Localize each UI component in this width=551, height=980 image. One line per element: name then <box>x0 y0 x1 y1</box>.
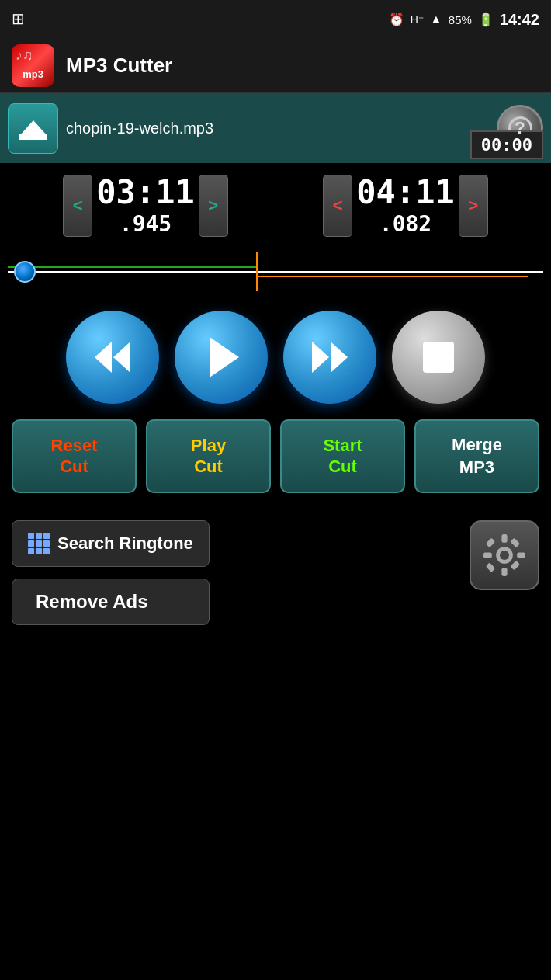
orange-selection-line <box>256 276 528 277</box>
remove-ads-button[interactable]: Remove Ads <box>12 579 210 625</box>
remove-ads-label: Remove Ads <box>36 591 148 612</box>
green-selection-line <box>8 266 256 268</box>
bottom-left-buttons: Search Ringtone Remove Ads <box>12 520 210 625</box>
cut-start-marker <box>256 252 258 291</box>
svg-rect-6 <box>486 537 496 547</box>
rewind-icon <box>95 342 130 373</box>
start-time-increase-button[interactable]: > <box>199 175 228 237</box>
end-time-value: 04:11 .082 <box>356 175 454 236</box>
app-title: MP3 Cutter <box>66 54 172 78</box>
start-cut-button[interactable]: StartCut <box>280 419 405 493</box>
settings-icon <box>481 532 528 579</box>
svg-rect-9 <box>510 537 520 547</box>
timeline-section: < 03:11 .945 > < 04:11 .082 > <box>0 163 551 252</box>
grid-icon <box>28 533 50 554</box>
stop-button[interactable] <box>392 311 485 404</box>
merge-mp3-button[interactable]: MergeMP3 <box>414 419 539 493</box>
play-cut-label: PlayCut <box>191 436 226 477</box>
play-button[interactable] <box>175 311 268 404</box>
playback-thumb[interactable] <box>14 261 36 283</box>
stop-icon <box>423 342 454 373</box>
status-bar: ⊞ ⏰ H⁺ ▲ 85% 🔋 14:42 <box>0 0 551 39</box>
search-ringtone-button[interactable]: Search Ringtone <box>12 520 210 567</box>
battery-icon: 🔋 <box>478 12 494 27</box>
transport-controls <box>0 295 551 415</box>
app-icon: mp3 <box>12 44 54 87</box>
waveform-container[interactable] <box>0 252 551 291</box>
action-buttons: ResetCut PlayCut StartCut MergeMP3 <box>0 415 551 505</box>
svg-point-1 <box>500 551 509 560</box>
signal-icon: ▲ <box>430 12 442 26</box>
svg-rect-4 <box>483 552 492 558</box>
app-header: mp3 MP3 Cutter <box>0 39 551 93</box>
eject-button[interactable] <box>8 103 58 154</box>
network-icon: H⁺ <box>411 13 424 26</box>
status-time: 14:42 <box>500 11 539 29</box>
play-cut-button[interactable]: PlayCut <box>146 419 271 493</box>
end-time-decrease-button[interactable]: < <box>323 175 352 237</box>
status-left-icon: ⊞ <box>12 9 25 28</box>
svg-rect-8 <box>486 562 496 572</box>
play-icon <box>210 337 239 377</box>
settings-button[interactable] <box>470 520 539 590</box>
svg-rect-5 <box>517 552 525 558</box>
svg-rect-7 <box>510 561 520 571</box>
reset-cut-button[interactable]: ResetCut <box>12 419 137 493</box>
start-time-decrease-button[interactable]: < <box>63 175 92 237</box>
svg-rect-3 <box>501 568 507 576</box>
time-controls: < 03:11 .945 > < 04:11 .082 > <box>16 175 535 237</box>
end-time-block: < 04:11 .082 > <box>323 175 487 237</box>
waveform-baseline <box>8 271 543 273</box>
filename-label: chopin-19-welch.mp3 <box>66 120 489 137</box>
alarm-icon: ⏰ <box>389 12 404 27</box>
start-time-block: < 03:11 .945 > <box>63 175 227 237</box>
file-bar: chopin-19-welch.mp3 ? 00:00 <box>0 93 551 163</box>
battery-percent: 85% <box>449 13 472 26</box>
search-ringtone-label: Search Ringtone <box>57 533 193 554</box>
rewind-button[interactable] <box>66 311 159 404</box>
start-cut-label: StartCut <box>323 436 362 477</box>
timer-display: 00:00 <box>470 130 543 159</box>
fast-forward-button[interactable] <box>283 311 376 404</box>
end-time-increase-button[interactable]: > <box>459 175 488 237</box>
merge-mp3-label: MergeMP3 <box>452 434 502 478</box>
svg-rect-2 <box>501 534 507 543</box>
fast-forward-icon <box>312 342 348 373</box>
start-time-value: 03:11 .945 <box>96 175 194 236</box>
reset-cut-label: ResetCut <box>51 436 98 477</box>
bottom-section: Search Ringtone Remove Ads <box>0 505 551 641</box>
